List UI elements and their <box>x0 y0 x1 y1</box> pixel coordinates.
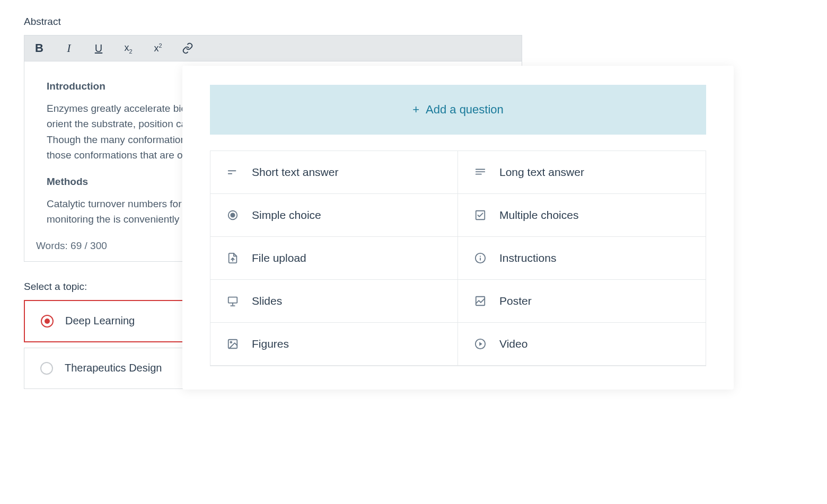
question-type-label: File upload <box>252 252 306 264</box>
checkbox-icon <box>474 209 487 222</box>
question-type-label: Long text answer <box>499 166 584 179</box>
plus-icon: + <box>412 103 419 117</box>
underline-button[interactable]: U <box>91 41 106 56</box>
question-type-instructions[interactable]: Instructions <box>458 237 706 280</box>
radio-button-icon <box>226 209 239 222</box>
question-type-poster[interactable]: Poster <box>458 280 706 323</box>
question-type-label: Slides <box>252 295 282 307</box>
superscript-icon: x2 <box>154 42 162 54</box>
svg-marker-19 <box>479 342 482 346</box>
svg-rect-12 <box>228 297 237 303</box>
file-upload-icon <box>226 252 239 264</box>
presentation-icon <box>226 295 239 307</box>
question-type-label: Poster <box>499 295 532 307</box>
link-icon <box>182 42 193 54</box>
question-type-figures[interactable]: Figures <box>210 323 458 366</box>
play-circle-icon <box>474 338 487 350</box>
bold-button[interactable]: B <box>32 41 47 56</box>
bold-icon: B <box>35 41 43 55</box>
topic-option-label: Deep Learning <box>65 315 135 327</box>
svg-rect-15 <box>476 297 485 306</box>
image-icon <box>474 295 487 307</box>
question-type-label: Multiple choices <box>499 209 578 222</box>
subscript-button[interactable]: x2 <box>121 41 136 56</box>
abstract-label: Abstract <box>24 16 522 28</box>
short-text-icon <box>226 166 239 179</box>
picture-icon <box>226 338 239 350</box>
info-icon <box>474 252 487 264</box>
question-type-label: Simple choice <box>252 209 321 222</box>
question-type-file-upload[interactable]: File upload <box>210 237 458 280</box>
question-type-label: Instructions <box>499 252 556 264</box>
question-type-label: Short text answer <box>252 166 338 179</box>
question-type-grid: Short text answer Long text answer Simpl… <box>210 151 706 366</box>
radio-icon <box>40 362 53 375</box>
question-type-multiple-choices[interactable]: Multiple choices <box>458 194 706 237</box>
question-type-panel: + Add a question Short text answer Long … <box>182 66 734 390</box>
question-type-simple-choice[interactable]: Simple choice <box>210 194 458 237</box>
superscript-button[interactable]: x2 <box>151 41 165 56</box>
add-question-button[interactable]: + Add a question <box>210 85 706 135</box>
question-type-label: Video <box>499 338 527 350</box>
link-button[interactable] <box>180 41 195 56</box>
italic-icon: I <box>67 41 71 55</box>
topic-option-label: Therapeutics Design <box>65 362 162 374</box>
underline-icon: U <box>95 42 102 55</box>
italic-button[interactable]: I <box>61 41 76 56</box>
question-type-short-text[interactable]: Short text answer <box>210 151 458 194</box>
editor-toolbar: B I U x2 x2 <box>24 35 522 61</box>
question-type-long-text[interactable]: Long text answer <box>458 151 706 194</box>
question-type-slides[interactable]: Slides <box>210 280 458 323</box>
radio-icon <box>41 315 54 328</box>
svg-point-17 <box>230 341 232 343</box>
add-question-label: Add a question <box>426 103 504 117</box>
subscript-icon: x2 <box>124 42 132 55</box>
question-type-video[interactable]: Video <box>458 323 706 366</box>
svg-point-6 <box>231 213 234 217</box>
question-type-label: Figures <box>252 338 289 350</box>
long-text-icon <box>474 166 487 179</box>
